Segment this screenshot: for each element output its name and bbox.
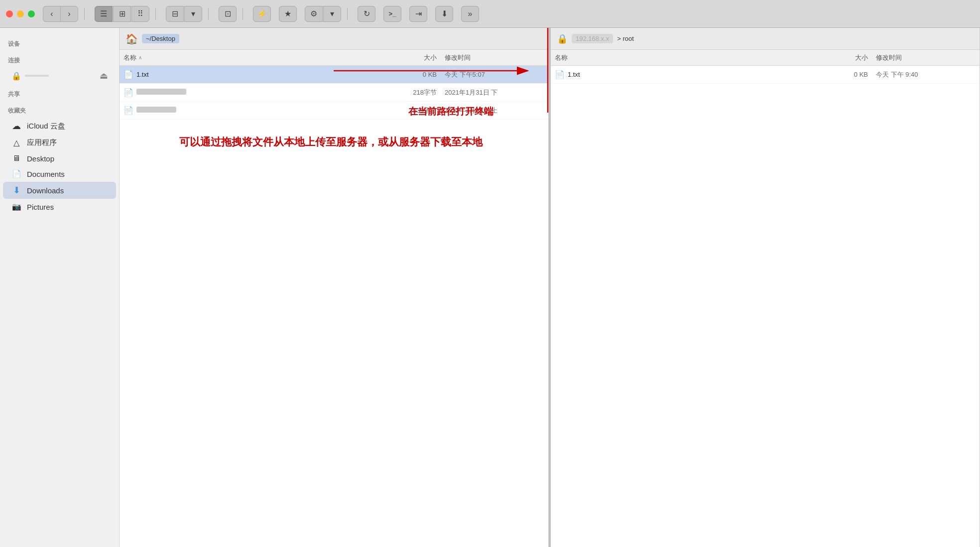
file-size: 0 KB <box>816 71 876 78</box>
minimize-button[interactable] <box>17 10 24 17</box>
right-host[interactable]: 192.168.x.x <box>572 34 613 43</box>
table-row[interactable]: 📄 539字节 2021年1月19日 上 <box>120 102 548 120</box>
lock-icon: 🔒 <box>557 33 568 44</box>
file-icon: 📄 <box>123 70 133 79</box>
view-buttons: ☰ ⊞ ⠿ <box>95 6 149 22</box>
maximize-button[interactable] <box>28 10 35 17</box>
left-col-size: 大小 <box>385 53 445 62</box>
terminal-button[interactable]: >_ <box>383 6 401 22</box>
applications-icon: △ <box>11 138 22 147</box>
right-col-size: 大小 <box>816 53 876 62</box>
jump-button[interactable]: ⇥ <box>409 6 427 22</box>
combo-view-button[interactable]: ⊟ <box>166 6 184 22</box>
sidebar-item-applications-label: 应用程序 <box>27 138 57 147</box>
file-icon: 📄 <box>123 106 133 115</box>
back-button[interactable]: ‹ <box>43 6 61 22</box>
combo-view-buttons: ⊟ ▾ <box>166 6 202 22</box>
info-button[interactable]: ⊡ <box>219 6 237 22</box>
home-icon: 🏠 <box>125 33 138 45</box>
sidebar-item-desktop-label: Desktop <box>27 154 54 163</box>
right-panel: 🔒 192.168.x.x > root 名称 大小 修改时间 📄 1.txt <box>551 28 980 547</box>
right-col-name: 名称 <box>555 53 568 62</box>
sidebar-item-icloud[interactable]: ☁ iCloud 云盘 <box>3 118 116 135</box>
combo-view-arrow-button[interactable]: ▾ <box>184 6 202 22</box>
star-button[interactable]: ★ <box>279 6 297 22</box>
titlebar: ‹ › ☰ ⊞ ⠿ ⊟ ▾ ⊡ ⚡ ★ ⚙ ▾ ↻ >_ ⇥ ⬇ » <box>0 0 980 28</box>
file-size: 0 KB <box>385 71 445 78</box>
right-panel-header: 🔒 192.168.x.x > root <box>551 28 980 50</box>
table-row[interactable]: 📄 1.txt 0 KB 今天 下午5:07 <box>120 66 548 84</box>
separator-2 <box>155 8 156 20</box>
lock-icon: 🔒 <box>11 71 22 81</box>
sidebar-item-pictures-label: Pictures <box>27 203 54 211</box>
sidebar-item-documents[interactable]: 📄 Documents <box>3 166 116 181</box>
left-panel-header: 🏠 ~/Desktop <box>120 28 548 50</box>
sidebar-item-documents-label: Documents <box>27 170 65 178</box>
downloads-icon: ⬇ <box>11 185 22 196</box>
sidebar-item-desktop[interactable]: 🖥 Desktop <box>3 151 116 166</box>
file-date: 2021年1月19日 上 <box>445 106 544 115</box>
gear-button[interactable]: ⚙ <box>305 6 323 22</box>
table-row[interactable]: 📄 218字节 2021年1月31日 下 <box>120 84 548 102</box>
right-col-headers: 名称 大小 修改时间 <box>551 50 980 66</box>
right-col-date: 修改时间 <box>876 53 976 62</box>
gear-buttons: ⚙ ▾ <box>305 6 341 22</box>
left-panel: 🏠 ~/Desktop 名称 ∧ 大小 修改时间 📄 1.txt 0 <box>120 28 549 547</box>
separator-1 <box>84 8 85 20</box>
close-button[interactable] <box>6 10 13 17</box>
file-date: 2021年1月31日 下 <box>445 88 544 97</box>
file-date: 今天 下午 9:40 <box>876 70 976 79</box>
sidebar-item-downloads[interactable]: ⬇ Downloads <box>3 182 116 199</box>
right-panel-body: 📄 1.txt 0 KB 今天 下午 9:40 <box>551 66 980 547</box>
traffic-lights <box>6 10 35 17</box>
eject-button[interactable]: ⏏ <box>100 70 108 81</box>
file-size: 218字节 <box>385 88 445 97</box>
section-shared: 共享 <box>0 88 119 101</box>
sidebar-item-connection[interactable]: 🔒 ⏏ <box>3 67 116 84</box>
file-icon: 📄 <box>555 70 565 79</box>
breadcrumb: > root <box>617 35 634 42</box>
view-list-button[interactable]: ☰ <box>95 6 113 22</box>
sidebar-item-pictures[interactable]: 📷 Pictures <box>3 199 116 214</box>
sidebar-item-applications[interactable]: △ 应用程序 <box>3 135 116 150</box>
left-path[interactable]: ~/Desktop <box>142 34 179 43</box>
forward-button[interactable]: › <box>60 6 78 22</box>
file-icon: 📄 <box>123 88 133 97</box>
table-row[interactable]: 📄 1.txt 0 KB 今天 下午 9:40 <box>551 66 980 84</box>
left-col-sort: ∧ <box>138 55 142 60</box>
separator-5 <box>347 8 348 20</box>
section-devices: 设备 <box>0 38 119 50</box>
nav-buttons: ‹ › <box>43 6 78 22</box>
panels-wrapper: 🏠 ~/Desktop 名称 ∧ 大小 修改时间 📄 1.txt 0 <box>120 28 980 547</box>
file-name: 1.txt <box>568 71 816 78</box>
file-date: 今天 下午5:07 <box>445 70 544 79</box>
icloud-icon: ☁ <box>11 121 22 132</box>
desktop-icon: 🖥 <box>11 154 22 163</box>
pictures-icon: 📷 <box>11 202 22 211</box>
left-col-date: 修改时间 <box>445 53 544 62</box>
sidebar: 设备 连接 🔒 ⏏ 共享 收藏夹 ☁ iCloud 云盘 △ 应用程序 🖥 De… <box>0 28 120 547</box>
expand-button[interactable]: » <box>461 6 479 22</box>
sidebar-item-downloads-label: Downloads <box>27 186 64 195</box>
lightning-button[interactable]: ⚡ <box>253 6 271 22</box>
separator-3 <box>208 8 209 20</box>
sidebar-item-icloud-label: iCloud 云盘 <box>27 122 65 131</box>
left-panel-body: 📄 1.txt 0 KB 今天 下午5:07 📄 218字节 2021年1月31… <box>120 66 548 547</box>
file-name: 1.txt <box>136 71 385 78</box>
main-content: 设备 连接 🔒 ⏏ 共享 收藏夹 ☁ iCloud 云盘 △ 应用程序 🖥 De… <box>0 28 980 547</box>
left-col-headers: 名称 ∧ 大小 修改时间 <box>120 50 548 66</box>
view-columns-button[interactable]: ⊞ <box>113 6 131 22</box>
file-name <box>136 89 385 96</box>
section-favorites: 收藏夹 <box>0 105 119 117</box>
file-size: 539字节 <box>385 106 445 115</box>
separator-4 <box>243 8 243 20</box>
documents-icon: 📄 <box>11 169 22 178</box>
left-col-name: 名称 <box>123 53 136 62</box>
section-connections: 连接 <box>0 54 119 67</box>
refresh-button[interactable]: ↻ <box>358 6 375 22</box>
view-icons-button[interactable]: ⠿ <box>131 6 149 22</box>
file-name <box>136 107 385 114</box>
download-button[interactable]: ⬇ <box>435 6 453 22</box>
gear-arrow-button[interactable]: ▾ <box>323 6 341 22</box>
